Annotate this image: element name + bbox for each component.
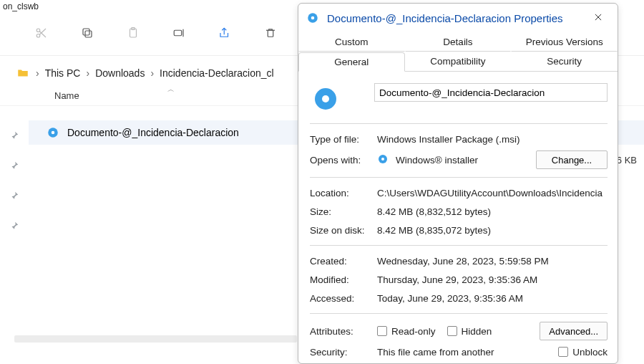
dialog-tabs: Custom Details Previous Versions General… xyxy=(298,32,618,72)
scissors-icon xyxy=(35,27,48,42)
modified-value: Thursday, June 29, 2023, 9:35:36 AM xyxy=(377,274,608,285)
unblock-label: Unblock xyxy=(572,347,608,358)
size-on-disk-value: 8.42 MB (8,835,072 bytes) xyxy=(377,225,608,236)
tab-custom[interactable]: Custom xyxy=(298,32,405,52)
dialog-title: Documento-@_Incidencia-Declaracion Prope… xyxy=(327,12,563,24)
crumb-folder[interactable]: Incidencia-Declaracion_cl xyxy=(160,67,274,79)
opens-with-value: Windows® installer xyxy=(396,155,536,166)
trash-icon xyxy=(264,27,277,42)
svg-point-13 xyxy=(322,95,329,102)
tab-security[interactable]: Security xyxy=(511,52,618,71)
copy-button[interactable] xyxy=(74,21,100,47)
crumb-downloads[interactable]: Downloads xyxy=(95,67,145,79)
installer-icon xyxy=(377,153,390,166)
svg-point-9 xyxy=(52,131,55,135)
svg-rect-6 xyxy=(174,30,182,36)
readonly-label: Read-only xyxy=(391,326,436,337)
svg-point-15 xyxy=(381,158,384,161)
msi-file-icon xyxy=(46,125,60,140)
share-icon xyxy=(218,27,231,42)
opens-with-label: Opens with: xyxy=(310,155,377,166)
security-value: This file came from another xyxy=(377,347,558,358)
paste-button[interactable] xyxy=(120,21,146,47)
size-value: 8.42 MB (8,832,512 bytes) xyxy=(377,206,608,217)
accessed-label: Accessed: xyxy=(310,293,377,304)
tab-compatibility[interactable]: Compatibility xyxy=(405,52,512,71)
hidden-checkbox[interactable]: Hidden xyxy=(447,326,492,337)
window-tab-label: on_clswb xyxy=(0,1,39,11)
svg-rect-2 xyxy=(85,31,92,37)
type-label: Type of file: xyxy=(310,134,377,145)
created-label: Created: xyxy=(310,256,377,267)
security-label: Security: xyxy=(310,347,377,358)
sort-indicator-icon: ︿ xyxy=(167,85,175,95)
svg-point-11 xyxy=(311,16,315,20)
cut-button[interactable] xyxy=(29,21,54,47)
close-icon xyxy=(593,12,603,24)
type-value: Windows Installer Package (.msi) xyxy=(377,134,608,145)
checkbox-icon xyxy=(447,326,457,336)
horizontal-scrollbar[interactable] xyxy=(14,335,297,343)
unblock-checkbox[interactable]: Unblock xyxy=(558,347,608,358)
copy-icon xyxy=(81,27,94,42)
checkbox-icon xyxy=(558,347,568,357)
pin-icon[interactable] xyxy=(9,191,19,203)
column-name[interactable]: Name xyxy=(54,90,79,101)
size-label: Size: xyxy=(310,206,377,217)
msi-file-icon xyxy=(306,11,320,25)
size-on-disk-label: Size on disk: xyxy=(310,225,377,236)
file-name-input[interactable] xyxy=(374,83,608,102)
pin-icon[interactable] xyxy=(9,221,19,234)
close-button[interactable] xyxy=(583,7,613,29)
tab-previous-versions[interactable]: Previous Versions xyxy=(511,32,618,52)
advanced-button[interactable]: Advanced... xyxy=(540,322,608,340)
delete-button[interactable] xyxy=(258,21,283,47)
file-name: Documento-@_Incidencia-Declaracion xyxy=(67,127,239,138)
svg-point-0 xyxy=(36,29,40,32)
folder-icon xyxy=(16,66,30,80)
rename-icon xyxy=(172,27,185,42)
msi-file-icon xyxy=(310,83,341,115)
tab-details[interactable]: Details xyxy=(405,32,512,52)
tab-general[interactable]: General xyxy=(298,52,405,72)
location-value: C:\Users\WDAGUtilityAccount\Downloads\In… xyxy=(377,188,608,198)
quick-access-pins xyxy=(0,106,29,234)
svg-rect-3 xyxy=(83,29,89,35)
change-button[interactable]: Change... xyxy=(536,150,608,169)
clipboard-icon xyxy=(127,27,140,42)
crumb-this-pc[interactable]: This PC xyxy=(45,67,81,79)
modified-label: Modified: xyxy=(310,274,377,285)
checkbox-icon xyxy=(377,326,387,336)
properties-dialog: Documento-@_Incidencia-Declaracion Prope… xyxy=(298,3,618,364)
readonly-checkbox[interactable]: Read-only xyxy=(377,326,436,337)
created-value: Wednesday, June 28, 2023, 5:59:58 PM xyxy=(377,256,608,267)
svg-rect-7 xyxy=(268,30,273,37)
accessed-value: Today, June 29, 2023, 9:35:36 AM xyxy=(377,293,608,304)
attributes-label: Attributes: xyxy=(310,326,377,337)
pin-icon[interactable] xyxy=(9,161,19,173)
svg-point-1 xyxy=(36,34,40,38)
rename-button[interactable] xyxy=(166,21,192,47)
share-button[interactable] xyxy=(212,21,238,47)
hidden-label: Hidden xyxy=(462,326,492,337)
pin-icon[interactable] xyxy=(9,130,19,143)
location-label: Location: xyxy=(310,188,377,198)
